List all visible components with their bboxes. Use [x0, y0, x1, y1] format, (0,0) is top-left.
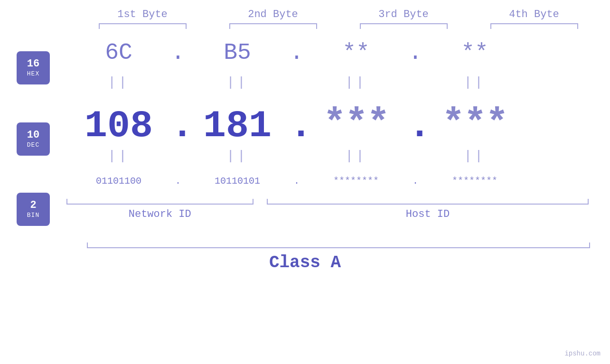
bin-b2: 10110101: [185, 176, 290, 187]
hex-b1: 6C: [66, 40, 171, 65]
dec-badge-number: 10: [27, 130, 39, 141]
hex-row: 6C . B5 . ** . **: [66, 34, 589, 72]
dec-badge-label: DEC: [27, 141, 39, 149]
dec-sep2: .: [290, 107, 304, 145]
dec-row: 108 . 181 . *** . ***: [66, 93, 589, 145]
equals-row-2: || || || ||: [66, 145, 589, 167]
bin-badge-label: BIN: [27, 212, 39, 219]
class-bracket: [87, 243, 590, 248]
bin-row: 01101100 . 10110101 . ******** . *******…: [66, 167, 589, 195]
bin-b1: 01101100: [66, 176, 171, 187]
dec-b3: ***: [304, 102, 408, 145]
bin-badge: 2 BIN: [17, 193, 50, 226]
hex-badge-number: 16: [27, 58, 39, 70]
class-label: Class A: [54, 253, 557, 272]
eq1-b1: ||: [66, 75, 171, 90]
all-rows: 6C . B5 . ** . ** || || || || 108: [66, 34, 589, 220]
eq1-b2: ||: [185, 75, 290, 90]
bracket-top-1: [99, 23, 187, 29]
bracket-bottom-gap: [253, 199, 267, 205]
bin-b4: ********: [422, 176, 527, 187]
eq2-b4: ||: [422, 149, 527, 163]
dec-sep1: .: [171, 107, 185, 145]
eq1-b4: ||: [422, 75, 527, 90]
network-id-label: Network ID: [66, 208, 253, 220]
bracket-top-4: [490, 23, 578, 29]
bin-sep2: .: [290, 176, 304, 187]
bracket-top-3: [360, 23, 448, 29]
badges-column: 16 HEX 10 DEC 2 BIN: [0, 34, 66, 238]
hex-b4: **: [422, 40, 527, 65]
bracket-bottom-host: [267, 199, 589, 205]
hex-sep3: .: [408, 40, 422, 65]
equals-row-1: || || || ||: [66, 72, 589, 93]
byte4-header: 4th Byte: [482, 9, 586, 20]
bottom-brackets: [66, 199, 589, 205]
watermark: ipshu.com: [564, 350, 601, 357]
hex-b2: B5: [185, 40, 290, 65]
dec-badge: 10 DEC: [17, 122, 50, 156]
bracket-top-2: [229, 23, 317, 29]
bin-sep1: .: [171, 176, 185, 187]
hex-badge: 16 HEX: [17, 51, 50, 84]
hex-b3: **: [304, 40, 408, 65]
dec-b4: ***: [422, 102, 527, 145]
host-id-label: Host ID: [267, 208, 589, 220]
eq2-b2: ||: [185, 149, 290, 163]
byte2-header: 2nd Byte: [221, 9, 325, 20]
eq2-b1: ||: [66, 149, 171, 163]
id-labels: Network ID Host ID: [66, 208, 589, 220]
dec-b1: 108: [66, 107, 171, 145]
bracket-bottom-network: [66, 199, 253, 205]
hex-badge-label: HEX: [27, 70, 39, 77]
bin-b3: ********: [304, 176, 408, 187]
hex-sep2: .: [290, 40, 304, 65]
byte-headers: 1st Byte 2nd Byte 3rd Byte 4th Byte: [77, 9, 600, 20]
dec-sep3: .: [408, 107, 422, 145]
bin-sep3: .: [408, 176, 422, 187]
hex-sep1: .: [171, 40, 185, 65]
main-container: 1st Byte 2nd Byte 3rd Byte 4th Byte 16 H…: [0, 0, 610, 364]
top-brackets: [77, 23, 600, 29]
bin-badge-number: 2: [30, 200, 36, 211]
dec-b2: 181: [185, 107, 290, 145]
eq2-b3: ||: [304, 149, 408, 163]
byte3-header: 3rd Byte: [351, 9, 456, 20]
byte1-header: 1st Byte: [90, 9, 195, 20]
eq1-b3: ||: [304, 75, 408, 90]
